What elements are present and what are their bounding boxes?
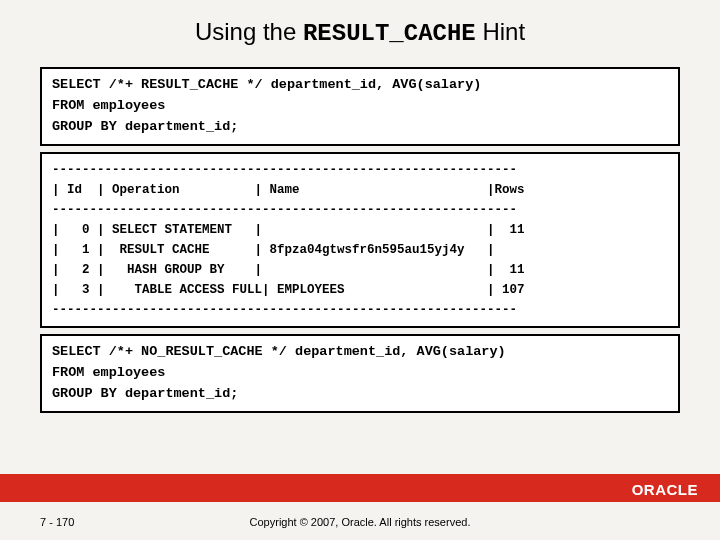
execution-plan-box: ----------------------------------------… <box>40 152 680 328</box>
sql-box-1: SELECT /*+ RESULT_CACHE */ department_id… <box>40 67 680 146</box>
slide-title: Using the RESULT_CACHE Hint <box>0 0 720 61</box>
sql-text-2: SELECT /*+ NO_RESULT_CACHE */ department… <box>52 344 506 401</box>
oracle-logo: ORACLE <box>632 481 698 498</box>
copyright-text: Copyright © 2007, Oracle. All rights res… <box>0 516 720 528</box>
sql-text-1: SELECT /*+ RESULT_CACHE */ department_id… <box>52 77 481 134</box>
title-post: Hint <box>476 18 525 45</box>
title-pre: Using the <box>195 18 303 45</box>
title-code: RESULT_CACHE <box>303 20 476 47</box>
footer-bar <box>0 474 720 502</box>
sql-box-2: SELECT /*+ NO_RESULT_CACHE */ department… <box>40 334 680 413</box>
execution-plan-text: ----------------------------------------… <box>52 163 525 317</box>
